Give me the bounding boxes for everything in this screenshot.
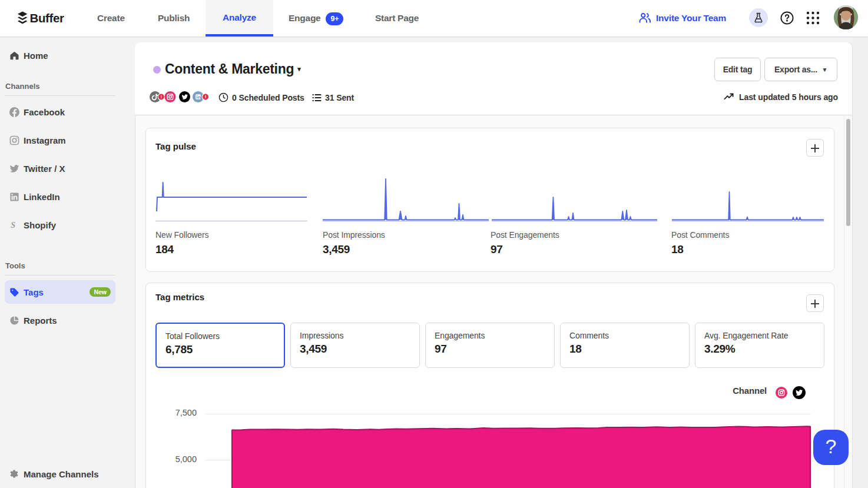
svg-text:!: !	[160, 94, 162, 99]
svg-text:!: !	[205, 94, 207, 99]
svg-text:Buffer: Buffer	[30, 11, 64, 25]
svg-text:S: S	[11, 220, 15, 230]
